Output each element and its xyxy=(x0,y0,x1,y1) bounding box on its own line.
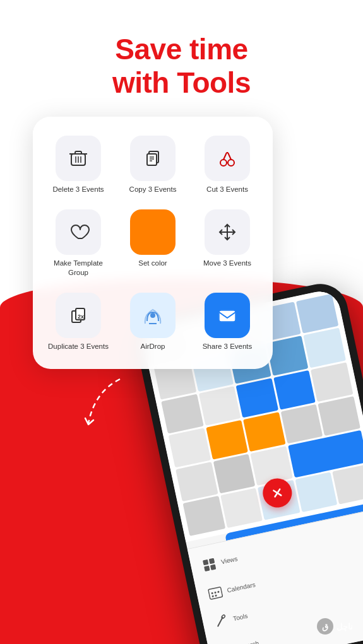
views-icon xyxy=(201,556,218,573)
cal-cell xyxy=(243,412,285,452)
svg-rect-6 xyxy=(147,154,157,165)
airdrop-icon-wrap xyxy=(130,293,176,338)
tool-duplicate[interactable]: 2x Duplicate 3 Events xyxy=(43,286,114,356)
svg-point-35 xyxy=(215,594,217,597)
cal-cell xyxy=(220,488,263,528)
move-icon-wrap xyxy=(205,209,250,255)
watermark-icon: ق xyxy=(316,618,334,635)
tools-label: Tools xyxy=(232,612,248,623)
cal-cell xyxy=(273,370,316,409)
template-label: Make Template Group xyxy=(47,259,110,278)
page-title-section: Save time with Tools xyxy=(0,0,363,100)
tool-template[interactable]: Make Template Group xyxy=(43,203,114,283)
page-title: Save time with Tools xyxy=(0,33,363,100)
svg-point-11 xyxy=(228,160,234,166)
cal-cell xyxy=(183,496,225,536)
airdrop-label: AirDrop xyxy=(141,342,165,351)
title-line-1: Save time xyxy=(115,33,247,66)
tool-share[interactable]: Share 3 Events xyxy=(192,286,263,356)
duplicate-icon: 2x xyxy=(66,303,90,327)
watermark-text: ناچل xyxy=(336,622,353,631)
copy-icon xyxy=(141,146,165,170)
svg-line-13 xyxy=(228,153,231,160)
cal-cell xyxy=(198,386,241,426)
duplicate-label: Duplicate 3 Events xyxy=(48,342,109,351)
delete-label: Delete 3 Events xyxy=(52,185,104,194)
cut-label: Cut 3 Events xyxy=(206,185,248,194)
duplicate-icon-wrap: 2x xyxy=(56,293,101,338)
tool-color[interactable]: Set color xyxy=(117,203,188,283)
svg-point-36 xyxy=(221,614,225,619)
move-label: Move 3 Events xyxy=(203,259,251,268)
tool-copy[interactable]: Copy 3 Events xyxy=(117,129,188,199)
copy-label: Copy 3 Events xyxy=(129,185,177,194)
scissors-icon xyxy=(215,146,239,170)
cal-cell xyxy=(236,378,278,418)
search-label: Search xyxy=(239,640,259,644)
tool-move[interactable]: Move 3 Events xyxy=(192,203,263,283)
svg-point-20 xyxy=(150,313,155,318)
move-icon xyxy=(215,220,239,244)
cal-cell xyxy=(280,404,323,444)
title-line-2: with Tools xyxy=(112,66,251,99)
svg-rect-28 xyxy=(204,565,210,571)
color-icon-wrap xyxy=(130,209,176,255)
cut-icon-wrap xyxy=(205,136,250,181)
search-icon xyxy=(219,641,235,644)
svg-rect-26 xyxy=(203,559,208,565)
heart-icon xyxy=(66,220,90,244)
copy-icon-wrap xyxy=(130,136,176,181)
color-label: Set color xyxy=(138,259,167,268)
svg-line-12 xyxy=(223,153,227,160)
cal-cell xyxy=(169,428,211,467)
calendars-icon xyxy=(207,585,223,601)
svg-rect-27 xyxy=(209,558,215,563)
cal-cell xyxy=(318,396,360,436)
watermark: ق ناچل xyxy=(316,618,353,635)
trash-icon xyxy=(66,146,90,170)
svg-text:ق: ق xyxy=(322,622,328,631)
cal-cell xyxy=(213,454,255,494)
svg-point-31 xyxy=(211,592,213,594)
template-icon-wrap xyxy=(56,209,101,255)
svg-point-10 xyxy=(220,160,227,166)
tools-card: Delete 3 Events Copy 3 Events xyxy=(33,117,273,369)
tool-airdrop[interactable]: AirDrop xyxy=(117,286,188,356)
cal-cell xyxy=(296,294,338,334)
svg-point-33 xyxy=(217,590,220,593)
tools-icon xyxy=(213,613,230,629)
svg-rect-22 xyxy=(219,310,235,322)
cal-cell xyxy=(176,462,218,501)
cal-cell xyxy=(295,472,337,512)
views-label: Views xyxy=(220,555,238,565)
svg-text:2x: 2x xyxy=(78,313,84,320)
cal-cell xyxy=(161,394,203,433)
cal-cell xyxy=(206,420,248,460)
tool-cut[interactable]: Cut 3 Events xyxy=(192,129,263,199)
cal-cell xyxy=(333,464,363,504)
cal-cell xyxy=(311,362,353,402)
delete-icon-wrap xyxy=(56,136,101,181)
tool-delete[interactable]: Delete 3 Events xyxy=(43,129,114,199)
share-label: Share 3 Events xyxy=(203,342,253,351)
svg-rect-29 xyxy=(210,564,216,570)
svg-point-34 xyxy=(211,595,214,597)
calendars-label: Calendars xyxy=(227,581,256,594)
airdrop-icon xyxy=(141,303,165,327)
mail-icon xyxy=(215,303,239,327)
tools-grid: Delete 3 Events Copy 3 Events xyxy=(43,129,263,356)
share-icon-wrap xyxy=(205,293,250,338)
cal-cell xyxy=(304,328,346,368)
svg-point-32 xyxy=(214,591,217,594)
close-icon xyxy=(271,486,284,500)
dashed-arrow xyxy=(82,373,158,448)
